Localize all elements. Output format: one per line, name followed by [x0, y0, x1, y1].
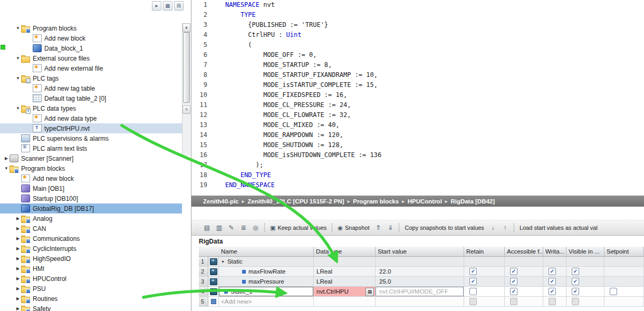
checkbox-checked[interactable]: ✓: [510, 268, 517, 275]
cell-setpoint[interactable]: [604, 267, 644, 277]
tree-item-external-source-files[interactable]: ▼External source files: [0, 53, 182, 63]
expand-arrow-icon[interactable]: ▶: [15, 266, 21, 271]
cell-start-value[interactable]: nvt.CtrlHPU#MODE_OFF: [376, 287, 464, 297]
datatype-browse-button[interactable]: ▦: [366, 288, 374, 296]
expand-arrow-icon[interactable]: ▶: [15, 276, 21, 281]
cell-writable[interactable]: ✓: [543, 287, 566, 297]
cell-name[interactable]: maxFlowRate: [219, 267, 314, 277]
cell-start-value[interactable]: [376, 297, 464, 307]
expand-arrow-icon[interactable]: ▶: [15, 286, 21, 291]
cell-writable[interactable]: ✓: [543, 277, 566, 287]
tree-item-program-blocks[interactable]: ▼Program blocks: [0, 23, 182, 33]
breadcrumb-item-hpucontrol[interactable]: HPUControl: [408, 198, 442, 205]
breadcrumb-item-zenith40-plc[interactable]: Zenith40-plc: [203, 198, 239, 205]
cell-writable[interactable]: [543, 297, 566, 307]
checkbox-checked[interactable]: ✓: [469, 268, 477, 275]
collapse-arrow-icon[interactable]: ▼: [15, 76, 21, 81]
cell-start-value[interactable]: 22.0: [376, 267, 464, 277]
expand-arrow-icon[interactable]: ▶: [15, 306, 21, 311]
cell-setpoint[interactable]: [604, 277, 644, 287]
project-tree[interactable]: ▼Program blocksAdd new blockData_block_1…: [0, 23, 182, 311]
column-header-visible-in[interactable]: Visible in ...: [566, 247, 604, 257]
column-header-writa[interactable]: Writa...: [543, 247, 566, 257]
cell-name[interactable]: <Add new>: [219, 297, 314, 307]
tree-item-plc-supervisions-alarms[interactable]: PLC supervisions & alarms: [0, 133, 182, 143]
tree-scrollbar[interactable]: ▲ ≡: [182, 23, 190, 156]
cell-accessible[interactable]: ✓: [505, 267, 543, 277]
cell-accessible[interactable]: ✓: [505, 287, 543, 297]
tree-item-add-new-block[interactable]: Add new block: [0, 173, 182, 183]
checkbox-checked[interactable]: ✓: [510, 288, 517, 295]
load-start-values-button[interactable]: Load start values as actual val: [518, 222, 599, 233]
cell-datatype[interactable]: LReal: [314, 277, 376, 287]
checkbox[interactable]: [469, 288, 477, 295]
checkbox-checked[interactable]: ✓: [469, 278, 477, 285]
tree-item-hpucontrol[interactable]: ▶HPUControl: [0, 274, 182, 284]
cell-name[interactable]: Static_1: [219, 287, 314, 297]
tree-item-add-new-block[interactable]: Add new block: [0, 33, 182, 43]
add-row-icon[interactable]: ▥: [214, 223, 224, 233]
cell-name[interactable]: maxPressure: [219, 277, 314, 287]
collapse-arrow-icon[interactable]: ▼: [3, 166, 9, 171]
collapse-arrow-icon[interactable]: ▼: [15, 26, 21, 31]
tree-item-hmi[interactable]: ▶HMI: [0, 264, 182, 274]
cell-visible[interactable]: [566, 257, 604, 267]
tree-item-plc-alarm-text-lists[interactable]: PLC alarm text lists: [0, 143, 182, 153]
cell-start-value[interactable]: 25.0: [376, 277, 464, 287]
row-number[interactable]: 5: [199, 297, 208, 307]
checkbox-checked[interactable]: ✓: [549, 268, 556, 275]
cell-setpoint[interactable]: [604, 257, 644, 267]
cell-visible[interactable]: ✓: [566, 287, 604, 297]
expand-arrow-icon[interactable]: ▶: [15, 216, 21, 221]
cell-visible[interactable]: [566, 297, 604, 307]
column-header-accessible-f[interactable]: Accessible f...: [505, 247, 543, 257]
tree-item-psu[interactable]: ▶PSU: [0, 284, 182, 294]
cell-start-value[interactable]: [376, 257, 464, 267]
tree-item-add-new-tag-table[interactable]: Add new tag table: [0, 83, 182, 93]
tree-item-scanner-scanner[interactable]: ▶Scanner [Scanner]: [0, 153, 182, 163]
tree-item-program-blocks[interactable]: ▼Program blocks: [0, 163, 182, 173]
copy-snapshots-button[interactable]: Copy snapshots to start values: [403, 222, 485, 233]
checkbox-checked[interactable]: ✓: [572, 268, 579, 275]
breadcrumb-item-zenith40-1plc-cpu-1515f-2-pn[interactable]: Zenith40_1PLC [CPU 1515F-2 PN]: [247, 198, 344, 205]
nav-forward-icon[interactable]: ▸: [152, 1, 161, 11]
tree-item-typectrlhpu-nvt[interactable]: typeCtrlHPU.nvt: [0, 123, 182, 133]
expand-arrow-icon[interactable]: ▶: [3, 156, 9, 161]
collapse-arrow-icon[interactable]: ▼: [15, 106, 21, 111]
tree-item-globalrig-db-db17[interactable]: GlobalRig_DB [DB17]: [0, 203, 182, 213]
checkbox[interactable]: [610, 288, 617, 295]
copy-snapshot-up-icon[interactable]: ⇑: [373, 223, 383, 233]
checkbox-checked[interactable]: ✓: [549, 278, 556, 285]
cell-datatype[interactable]: nvt.CtrlHPU▦: [314, 287, 376, 297]
tree-item-highspeedio[interactable]: ▶HighSpeedIO: [0, 254, 182, 264]
cell-datatype[interactable]: [314, 257, 376, 267]
cell-name[interactable]: ▼Static: [219, 257, 314, 267]
tree-item-data-block-1[interactable]: Data_block_1: [0, 43, 182, 53]
cell-setpoint[interactable]: [604, 287, 644, 297]
tree-item-safety[interactable]: ▶Safety: [0, 304, 182, 311]
scrollbar-thumb[interactable]: [183, 32, 190, 103]
tree-item-cyclicinterrupts[interactable]: ▶CyclicInterrupts: [0, 244, 182, 254]
tree-item-routines[interactable]: ▶Routines: [0, 294, 182, 304]
checkbox-checked[interactable]: ✓: [572, 288, 579, 295]
checkbox-checked[interactable]: ✓: [510, 278, 517, 285]
cell-visible[interactable]: ✓: [566, 267, 604, 277]
column-header-name[interactable]: Name: [199, 247, 314, 257]
cell-accessible[interactable]: [505, 257, 543, 267]
row-number[interactable]: 4: [199, 287, 208, 297]
tree-item-add-new-data-type[interactable]: Add new data type: [0, 113, 182, 123]
expand-members-icon[interactable]: ≣: [238, 223, 248, 233]
cell-datatype[interactable]: LReal: [314, 267, 376, 277]
tree-item-main-ob1[interactable]: Main [OB1]: [0, 183, 182, 193]
pane-splitter-grip-icon[interactable]: ≡: [182, 105, 190, 114]
collapse-arrow-icon[interactable]: ▼: [15, 56, 21, 61]
expand-arrow-icon[interactable]: ▶: [15, 246, 21, 251]
cell-retain[interactable]: [464, 257, 505, 267]
column-header-setpoint[interactable]: Setpoint: [604, 247, 644, 257]
row-number[interactable]: 2: [199, 267, 208, 277]
expand-arrow-icon[interactable]: ▶: [15, 236, 21, 241]
collapse-arrow-icon[interactable]: ▼: [221, 260, 225, 264]
cell-accessible[interactable]: [505, 297, 543, 307]
monitor-values-icon[interactable]: ◎: [251, 223, 261, 233]
scrollbar-up-arrow-icon[interactable]: ▲: [182, 23, 190, 32]
